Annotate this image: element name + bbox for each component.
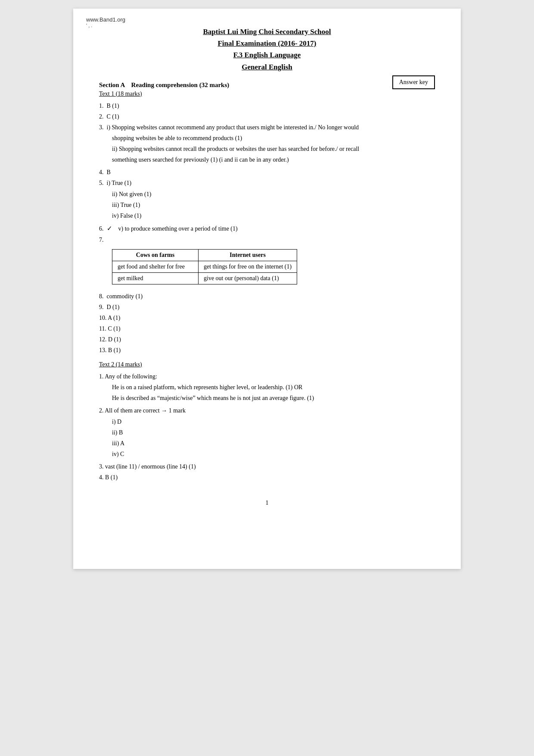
section-a-title: Section A: [99, 81, 125, 88]
table-row: get milked give out our (personal) data …: [112, 272, 297, 284]
answer-3: 3. i) Shopping websites cannot recommend…: [99, 122, 435, 165]
answer-7-label: 7.: [99, 235, 435, 245]
answer-8: 8. commodity (1): [99, 291, 435, 301]
answer-6: 6. ✓ v) to produce something over a peri…: [99, 223, 435, 234]
exam-header: Baptist Lui Ming Choi Secondary School F…: [99, 26, 435, 73]
section-a-subtitle: Reading comprehension (32 marks): [131, 81, 230, 88]
answer-key-box: Answer key: [392, 75, 435, 89]
table-header-internet: Internet users: [199, 249, 297, 261]
answer-12: 12. D (1): [99, 334, 435, 344]
table-cell: get milked: [112, 272, 199, 284]
table-header-cows: Cows on farms: [112, 249, 199, 261]
watermark: www.Band1.org ' , .: [86, 16, 125, 28]
page-number: 1: [99, 500, 435, 506]
answer-10: 10. A (1): [99, 313, 435, 323]
text1-label: Text 1 (18 marks): [99, 91, 435, 97]
subject-title: General English: [99, 61, 435, 73]
section-a-header: Section A Reading comprehension (32 mark…: [99, 81, 435, 89]
answer-1: 1. B (1): [99, 101, 435, 111]
table-cell: get things for free on the internet (1): [199, 261, 297, 272]
answer-13: 13. B (1): [99, 345, 435, 355]
text2-answer-2: 2. All of them are correct → 1 mark i) D…: [99, 406, 435, 459]
table-cell: get food and shelter for free: [112, 261, 199, 272]
level-title: F.3 English Language: [99, 49, 435, 61]
watermark-line1: www.Band1.org: [86, 16, 125, 23]
text2-answer-3: 3. vast (line 11) / enormous (line 14) (…: [99, 462, 435, 472]
table-cell: give out our (personal) data (1): [199, 272, 297, 284]
school-name: Baptist Lui Ming Choi Secondary School: [99, 26, 435, 37]
exam-title: Final Examination (2016- 2017): [99, 37, 435, 49]
answer-5: 5. i) True (1) ii) Not given (1) iii) Tr…: [99, 178, 435, 220]
exam-page: www.Band1.org ' , . Baptist Lui Ming Cho…: [73, 9, 461, 569]
text2-answer-4: 4. B (1): [99, 472, 435, 482]
text2-label: Text 2 (14 marks): [99, 361, 435, 368]
answer-9: 9. D (1): [99, 302, 435, 312]
cows-internet-table: Cows on farms Internet users get food an…: [112, 249, 297, 284]
text2-answer-1: 1. Any of the following: He is on a rais…: [99, 372, 435, 403]
table-row: get food and shelter for free get things…: [112, 261, 297, 272]
watermark-line2: ' , .: [86, 23, 125, 28]
answer-4: 4. B: [99, 167, 435, 177]
answer-2: 2. C (1): [99, 112, 435, 122]
answer-7-table: Cows on farms Internet users get food an…: [112, 249, 435, 284]
answer-11: 11. C (1): [99, 324, 435, 334]
answer-key-label: Answer key: [399, 79, 428, 85]
